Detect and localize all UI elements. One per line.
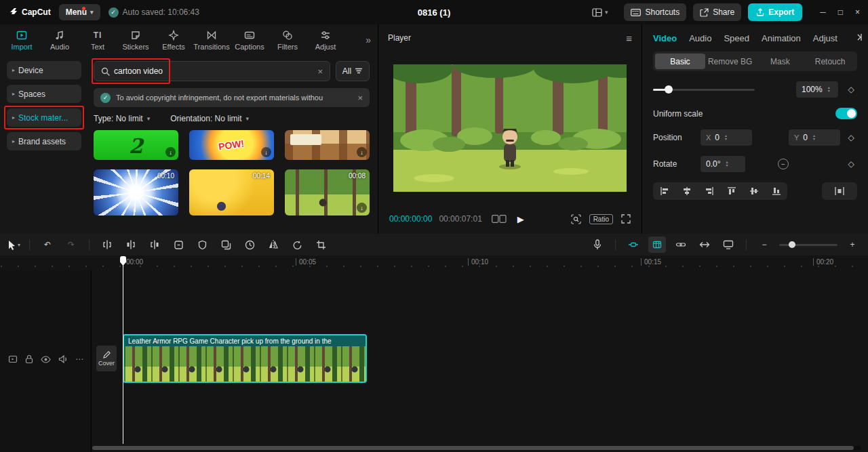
close-button[interactable]: × — [855, 7, 860, 17]
select-tool-button[interactable]: ▾ — [7, 240, 20, 250]
search-input[interactable] — [114, 66, 313, 76]
tab-animation[interactable]: Animation — [762, 33, 801, 43]
redo-button[interactable]: ↷ — [62, 237, 80, 253]
zoom-out-icon[interactable]: − — [755, 237, 773, 253]
crop-icon[interactable] — [312, 237, 330, 253]
thumbnail-explosion[interactable]: 00:10 — [94, 169, 178, 215]
rotate-icon[interactable] — [288, 237, 306, 253]
align-bottom-icon[interactable] — [765, 182, 787, 200]
scale-slider[interactable] — [653, 89, 755, 91]
hide-track-icon[interactable] — [41, 356, 51, 363]
clear-search-icon[interactable]: × — [317, 66, 323, 77]
menu-button[interactable]: Menu ▾ — [59, 4, 100, 20]
delete-left-icon[interactable] — [122, 237, 140, 253]
overlay-icon[interactable] — [217, 237, 235, 253]
slider-knob[interactable] — [665, 85, 673, 94]
subtab-remove-bg[interactable]: Remove BG — [705, 54, 755, 69]
tab-audio[interactable]: Audio — [689, 33, 711, 43]
timeline-zoom-slider[interactable] — [779, 244, 837, 246]
ratio-button[interactable]: Ratio — [589, 214, 613, 224]
close-banner-icon[interactable]: × — [357, 93, 363, 103]
subtab-basic[interactable]: Basic — [655, 54, 705, 69]
sidebar-item-spaces[interactable]: ▸ Spaces — [7, 85, 81, 103]
scrollbar-thumb[interactable] — [92, 446, 854, 450]
uniform-scale-toggle[interactable] — [835, 108, 857, 119]
align-right-icon[interactable] — [698, 182, 720, 200]
scale-value-box[interactable]: 100% ▴▾ — [796, 81, 838, 98]
track-options-icon[interactable] — [8, 354, 18, 364]
main-track-view-icon[interactable] — [648, 237, 666, 253]
video-preview[interactable] — [393, 64, 627, 192]
align-center-horizontal-icon[interactable] — [675, 182, 698, 200]
media-tab-adjust[interactable]: Adjust — [307, 30, 344, 51]
media-tab-audio[interactable]: Audio — [41, 30, 79, 51]
media-tab-filters[interactable]: Filters — [269, 30, 307, 51]
scale-stepper[interactable]: ▴▾ — [828, 86, 830, 93]
undo-button[interactable]: ↶ — [39, 237, 56, 253]
zoom-in-icon[interactable]: + — [844, 237, 861, 253]
thumbnail-yellow-character[interactable]: 00:14 — [189, 169, 274, 215]
thumbnail-classroom[interactable]: ↓ — [285, 130, 370, 160]
more-options-icon[interactable]: ⋯ — [75, 354, 83, 364]
rotate-reset-icon[interactable]: − — [778, 159, 789, 169]
split-icon[interactable] — [98, 237, 116, 253]
tab-speed[interactable]: Speed — [724, 33, 749, 43]
player-menu-icon[interactable]: ≡ — [626, 33, 632, 44]
export-button[interactable]: Export — [748, 3, 802, 21]
download-icon[interactable]: ↓ — [261, 147, 271, 157]
download-icon[interactable]: ↓ — [357, 147, 367, 157]
sidebar-item-stock-materials[interactable]: ▸ Stock mater... — [7, 108, 81, 127]
record-voiceover-icon[interactable] — [589, 237, 606, 253]
keyframe-icon[interactable]: ◇ — [845, 133, 857, 142]
mask-icon[interactable] — [193, 237, 211, 253]
more-tabs-icon[interactable]: » — [361, 35, 375, 45]
link-icon[interactable] — [672, 237, 690, 253]
keyframe-icon[interactable]: ◇ — [845, 159, 857, 169]
horizontal-scrollbar[interactable] — [92, 446, 861, 450]
position-y-stepper[interactable]: ▴▾ — [813, 134, 815, 141]
search-box[interactable]: × — [94, 61, 330, 81]
speed-icon[interactable] — [241, 237, 258, 253]
tab-adjust[interactable]: Adjust — [813, 33, 837, 43]
scene-detect-icon[interactable] — [571, 214, 581, 224]
adapt-width-icon[interactable] — [696, 237, 713, 253]
frame-view-icon[interactable] — [492, 215, 507, 223]
delete-right-icon[interactable] — [146, 237, 163, 253]
lock-track-icon[interactable] — [25, 354, 33, 364]
all-filter-button[interactable]: All — [336, 61, 370, 81]
sidebar-item-device[interactable]: ▸ Device — [7, 61, 81, 79]
mute-track-icon[interactable] — [58, 355, 68, 363]
download-icon[interactable]: ↓ — [165, 147, 176, 157]
align-center-vertical-icon[interactable] — [743, 182, 765, 200]
position-y-field[interactable]: Y 0 ▴▾ — [789, 129, 840, 146]
sidebar-item-brand-assets[interactable]: ▸ Brand assets — [7, 132, 81, 150]
fullscreen-icon[interactable] — [621, 214, 631, 224]
download-icon[interactable]: ↓ — [357, 203, 367, 213]
type-filter-dropdown[interactable]: Type: No limit ▾ — [94, 114, 150, 123]
align-top-icon[interactable] — [720, 182, 743, 200]
delete-icon[interactable] — [170, 237, 187, 253]
tab-video[interactable]: Video — [653, 33, 677, 43]
thumbnail-forest-character[interactable]: 00:08 ↓ — [285, 169, 370, 215]
thumbnail-green-screen[interactable]: 2 ↓ — [94, 130, 178, 160]
media-tab-effects[interactable]: Effects — [155, 30, 193, 51]
maximize-button[interactable]: □ — [838, 7, 843, 17]
keyframe-icon[interactable]: ◇ — [845, 85, 857, 94]
auto-track-icon[interactable] — [625, 237, 642, 253]
share-button[interactable]: Share — [693, 3, 741, 21]
shortcuts-button[interactable]: Shortcuts — [624, 3, 686, 21]
distribute-button[interactable] — [822, 182, 857, 200]
workspace-layout-button[interactable]: ▾ — [592, 8, 608, 17]
rotate-stepper[interactable]: ▴▾ — [726, 161, 728, 167]
align-left-icon[interactable] — [653, 182, 675, 200]
preview-quality-icon[interactable] — [719, 237, 737, 253]
timeline-ruler[interactable]: 00:00 00:05 00:10 00:15 00:20 — [0, 255, 868, 270]
orientation-filter-dropdown[interactable]: Orientation: No limit ▾ — [170, 114, 249, 123]
media-tab-stickers[interactable]: Stickers — [117, 30, 155, 51]
position-x-stepper[interactable]: ▴▾ — [725, 134, 727, 141]
subtab-mask[interactable]: Mask — [755, 54, 806, 69]
thumbnail-pow-comic[interactable]: POW! ↓ — [189, 130, 274, 160]
zoom-knob[interactable] — [789, 241, 795, 248]
media-tab-import[interactable]: Import — [3, 30, 41, 51]
media-tab-text[interactable]: TI Text — [79, 30, 117, 51]
